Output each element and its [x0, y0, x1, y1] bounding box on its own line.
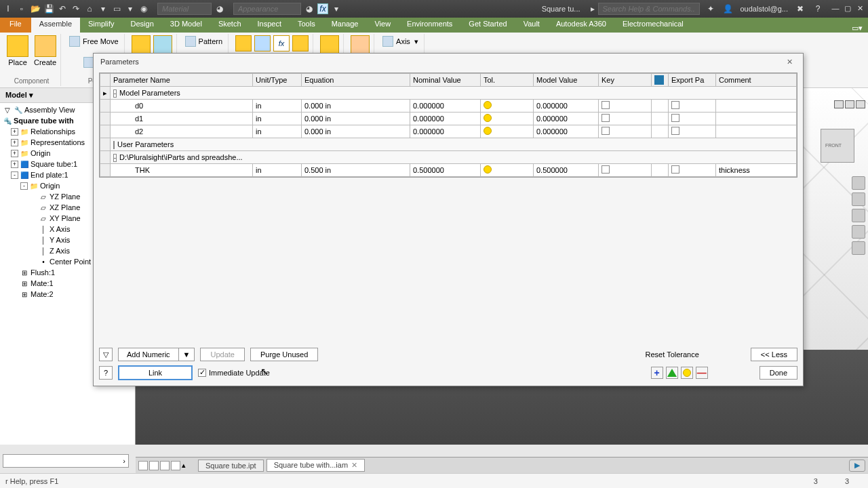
tab-layout1-icon[interactable]: [138, 461, 148, 470]
create-sub-icon[interactable]: [292, 35, 309, 52]
assemble-icon[interactable]: [153, 35, 172, 54]
tol-circle-icon[interactable]: [681, 367, 693, 379]
param-key-cell[interactable]: [599, 125, 652, 138]
bom-icon[interactable]: [235, 35, 252, 52]
param-key-cell[interactable]: [599, 100, 652, 113]
expand-icon[interactable]: +: [11, 150, 18, 157]
col-tol[interactable]: Tol.: [481, 74, 534, 87]
open-icon[interactable]: 📂: [30, 3, 41, 14]
create-button[interactable]: Create: [34, 35, 56, 66]
dialog-close-icon[interactable]: ✕: [783, 58, 796, 68]
select-icon[interactable]: ▭: [111, 3, 122, 14]
tab-sketch[interactable]: Sketch: [210, 18, 250, 33]
param-equation-cell[interactable]: 0.000 in: [302, 125, 410, 138]
qat-more-icon[interactable]: ▾: [331, 3, 342, 14]
param-key-cell[interactable]: [599, 113, 652, 125]
param-row[interactable]: d1 in 0.000 in 0.000000 0.000000: [100, 113, 797, 125]
param-export-cell[interactable]: [669, 113, 716, 125]
place-button[interactable]: Place: [7, 35, 28, 66]
save-icon[interactable]: 💾: [43, 3, 54, 14]
tab-layout3-icon[interactable]: [160, 461, 170, 470]
file-tab[interactable]: File: [0, 18, 31, 33]
param-equation-cell[interactable]: 0.000 in: [302, 100, 410, 113]
key-checkbox[interactable]: [601, 165, 610, 174]
fx-icon[interactable]: fx: [317, 3, 328, 14]
tab-electromechanical[interactable]: Electromechanical: [614, 18, 692, 33]
tol-triangle-icon[interactable]: [666, 367, 678, 379]
shrinkwrap-icon[interactable]: [351, 35, 370, 54]
col-comment[interactable]: Comment: [716, 74, 797, 87]
param-nominal-cell[interactable]: 0.000000: [410, 113, 481, 125]
param-comment-cell[interactable]: [716, 100, 797, 113]
param-group-row[interactable]: ▸-Model Parameters: [100, 87, 797, 100]
update-button[interactable]: Update: [200, 348, 244, 361]
tab-tools[interactable]: Tools: [290, 18, 323, 33]
tab-vault[interactable]: Vault: [515, 18, 548, 33]
tab-layout2-icon[interactable]: [149, 461, 159, 470]
col-export-icon[interactable]: [652, 74, 669, 87]
screencast-icon[interactable]: ▶: [849, 460, 865, 472]
purge-unused-button[interactable]: Purge Unused: [250, 348, 318, 361]
param-modelvalue-cell[interactable]: 0.000000: [534, 113, 599, 125]
expand-icon[interactable]: +: [11, 161, 18, 168]
model-max-icon[interactable]: [845, 100, 854, 108]
param-unit-cell[interactable]: in: [253, 164, 302, 177]
export-checkbox[interactable]: [671, 165, 679, 174]
export-checkbox[interactable]: [671, 127, 679, 135]
param-nominal-cell[interactable]: 0.500000: [410, 164, 481, 177]
export-checkbox[interactable]: [671, 101, 679, 109]
parameters-icon[interactable]: [254, 35, 271, 52]
tab-assemble[interactable]: Assemble: [31, 18, 80, 33]
browser-quick-input[interactable]: ›: [3, 454, 129, 468]
param-export-cell[interactable]: [669, 100, 716, 113]
maximize-icon[interactable]: ▢: [842, 4, 853, 14]
free-move-button[interactable]: Free Move: [68, 35, 120, 47]
qat-dropdown2-icon[interactable]: ▾: [125, 3, 136, 14]
tab-environments[interactable]: Environments: [399, 18, 460, 33]
dialog-help-icon[interactable]: ?: [99, 366, 113, 380]
user-label[interactable]: oudalstol@g...: [741, 5, 789, 13]
tab-design[interactable]: Design: [123, 18, 162, 33]
tab-manage[interactable]: Manage: [323, 18, 367, 33]
axis-button[interactable]: Axis▾: [381, 35, 420, 47]
close-icon[interactable]: ✕: [854, 4, 865, 14]
parameters-grid[interactable]: Parameter Name Unit/Type Equation Nomina…: [99, 73, 797, 178]
help-search-input[interactable]: [598, 3, 700, 15]
param-name-cell[interactable]: d2: [111, 125, 253, 138]
qat-dropdown-icon[interactable]: ▾: [98, 3, 108, 14]
col-nominal[interactable]: Nominal Value: [410, 74, 481, 87]
param-nominal-cell[interactable]: 0.000000: [410, 100, 481, 113]
constrain-icon[interactable]: [132, 35, 151, 54]
lookat-icon[interactable]: [852, 241, 865, 255]
param-key-cell[interactable]: [599, 164, 652, 177]
plane-icon[interactable]: [320, 35, 339, 54]
param-modelvalue-cell[interactable]: 0.000000: [534, 125, 599, 138]
add-numeric-button[interactable]: Add Numeric ▼: [118, 348, 195, 361]
param-group-row[interactable]: -D:\Pluralsight\iParts and spreadshe...: [100, 151, 797, 164]
signin-star-icon[interactable]: ✦: [705, 3, 716, 14]
material-dropdown[interactable]: [157, 3, 212, 15]
appearance-dropdown[interactable]: [233, 3, 301, 15]
zoom-icon[interactable]: [852, 209, 865, 222]
tab-close-icon[interactable]: ✕: [349, 461, 357, 469]
tab-more-icon[interactable]: ▴: [182, 461, 191, 470]
tab-3dmodel[interactable]: 3D Model: [162, 18, 210, 33]
param-unit-cell[interactable]: in: [253, 125, 302, 138]
filter-button[interactable]: ▽: [99, 348, 113, 361]
immediate-update-checkbox[interactable]: ✓ Immediate Update: [198, 369, 270, 377]
tab-inspect[interactable]: Inspect: [250, 18, 290, 33]
expand-icon[interactable]: -: [11, 171, 18, 179]
param-group-row[interactable]: User Parameters: [100, 138, 797, 151]
done-button[interactable]: Done: [760, 366, 797, 380]
model-min-icon[interactable]: [834, 100, 844, 108]
tab-a360[interactable]: Autodesk A360: [548, 18, 614, 33]
param-export-cell[interactable]: [669, 125, 716, 138]
material-icon[interactable]: ◉: [138, 3, 149, 14]
tol-minus-icon[interactable]: —: [696, 367, 708, 379]
app-icon[interactable]: I: [3, 3, 14, 14]
tol-plus-icon[interactable]: +: [651, 367, 663, 379]
user-icon[interactable]: 👤: [723, 3, 734, 14]
param-export-cell[interactable]: [669, 164, 716, 177]
col-export[interactable]: Export Pa: [669, 74, 716, 87]
export-checkbox[interactable]: [671, 114, 679, 122]
